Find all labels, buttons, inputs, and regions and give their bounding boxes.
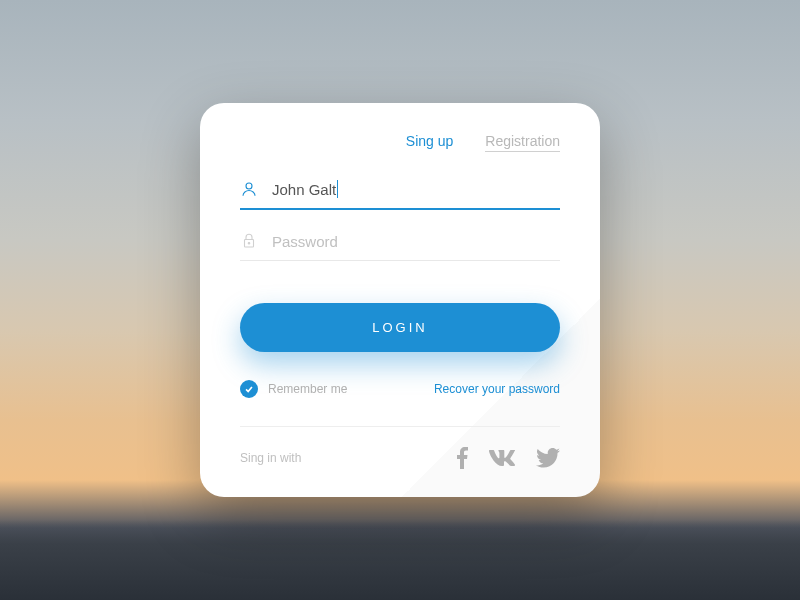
divider (240, 426, 560, 427)
options-row: Remember me Recover your password (240, 380, 560, 398)
lock-icon (240, 232, 258, 250)
svg-point-2 (248, 243, 250, 245)
twitter-icon[interactable] (536, 448, 560, 468)
social-label: Sing in with (240, 451, 301, 465)
password-input[interactable] (272, 233, 560, 250)
username-field-group[interactable]: John Galt (240, 180, 560, 210)
tab-registration[interactable]: Registration (485, 133, 560, 152)
social-icons-group (456, 447, 560, 469)
tab-bar: Sing up Registration (240, 133, 560, 152)
checkmark-icon (240, 380, 258, 398)
login-button[interactable]: LOGIN (240, 303, 560, 352)
remember-me-label: Remember me (268, 382, 347, 396)
recover-password-link[interactable]: Recover your password (434, 382, 560, 396)
username-input[interactable]: John Galt (272, 180, 338, 198)
vk-icon[interactable] (488, 450, 516, 466)
text-cursor (337, 180, 338, 198)
remember-me-checkbox[interactable]: Remember me (240, 380, 347, 398)
facebook-icon[interactable] (456, 447, 468, 469)
city-skyline (0, 520, 800, 600)
user-icon (240, 180, 258, 198)
password-field-group[interactable] (240, 232, 560, 261)
login-card: Sing up Registration John Galt LOGIN (200, 103, 600, 497)
svg-point-0 (246, 183, 252, 189)
tab-signup[interactable]: Sing up (406, 133, 453, 152)
social-login-row: Sing in with (240, 447, 560, 469)
